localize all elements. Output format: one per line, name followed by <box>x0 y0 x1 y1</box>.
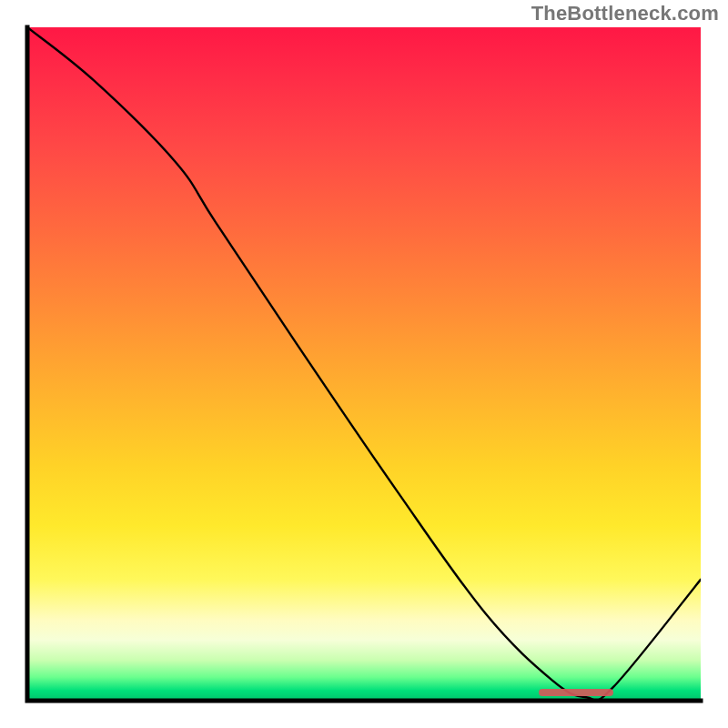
chart-container: TheBottleneck.com <box>0 0 728 728</box>
bottleneck-curve <box>27 27 701 701</box>
ideal-range-marker <box>539 689 612 696</box>
plot-area <box>27 27 701 701</box>
attribution-text: TheBottleneck.com <box>531 2 719 25</box>
